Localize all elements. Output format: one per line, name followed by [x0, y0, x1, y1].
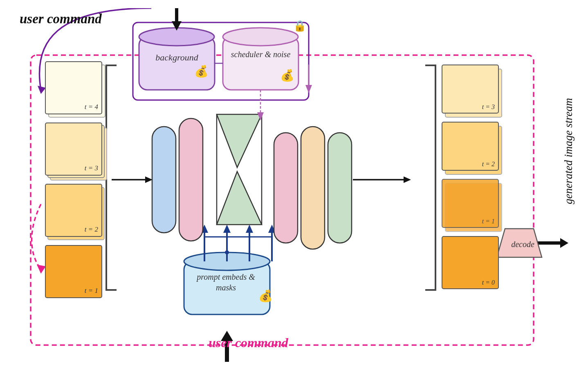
output-frame-t0-front: t = 0: [442, 236, 499, 289]
background-money-bag: 💰: [194, 65, 209, 78]
decode-label: decode: [505, 240, 540, 249]
svg-marker-20: [268, 225, 276, 233]
t0-output-label: t = 0: [482, 279, 495, 286]
svg-marker-32: [145, 176, 153, 183]
scheduler-cylinder-label: scheduler & noise: [229, 49, 292, 60]
svg-point-12: [184, 252, 270, 270]
svg-point-3: [139, 28, 214, 46]
t2-output-label: t = 2: [482, 160, 495, 168]
output-frame-t1-front: t = 1: [442, 179, 499, 228]
input-frame-t2-front: t = 2: [45, 184, 102, 237]
svg-rect-28: [274, 133, 298, 243]
svg-point-21: [225, 250, 229, 254]
prompt-cylinder-label: prompt embeds & masks: [190, 272, 262, 293]
svg-rect-30: [328, 133, 352, 243]
svg-rect-2: [139, 37, 215, 90]
input-frame-t3-front: t = 3: [45, 123, 102, 176]
svg-marker-35: [38, 86, 46, 94]
background-cylinder-label: background: [147, 52, 206, 63]
input-frame-t1-front: t = 1: [45, 245, 102, 298]
svg-rect-25: [179, 118, 203, 241]
svg-marker-38: [560, 238, 568, 248]
svg-marker-14: [201, 225, 208, 233]
svg-marker-34: [404, 176, 411, 183]
svg-marker-18: [246, 225, 253, 233]
scheduler-money-bag: 💰: [280, 69, 294, 82]
user-command-bottom-label: user command: [209, 335, 288, 350]
svg-rect-24: [152, 127, 176, 233]
svg-point-5: [223, 28, 298, 46]
generated-image-stream-label: generated image stream: [562, 98, 575, 204]
output-frame-t3-front: t = 3: [442, 65, 499, 114]
svg-marker-10: [305, 85, 312, 93]
diagram-container: 🔒: [8, 8, 580, 362]
svg-marker-16: [223, 225, 231, 233]
input-frame-t4-front: t = 4: [45, 61, 102, 114]
t1-output-label: t = 1: [482, 218, 495, 225]
t2-input-label: t = 2: [85, 225, 98, 234]
t3-input-label: t = 3: [85, 164, 98, 172]
output-frame-t2-front: t = 2: [442, 122, 499, 171]
svg-marker-36: [37, 265, 46, 274]
svg-marker-45: [257, 112, 264, 120]
svg-text:🔒: 🔒: [293, 19, 307, 32]
t1-input-label: t = 1: [85, 287, 98, 295]
user-command-top-label: user command: [20, 11, 102, 27]
t4-label: t = 4: [85, 103, 98, 111]
t3-output-label: t = 3: [482, 103, 495, 111]
prompt-money-bag: 💰: [258, 289, 273, 303]
svg-rect-29: [301, 127, 325, 249]
svg-marker-8: [172, 21, 182, 31]
